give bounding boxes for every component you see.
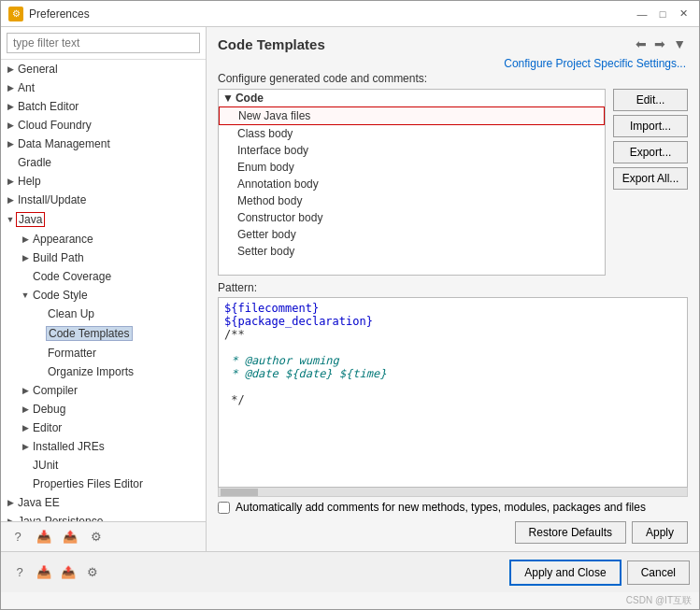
arrow-icon: ▶	[20, 404, 31, 415]
search-input[interactable]	[7, 33, 200, 53]
sidebar-item-code-coverage[interactable]: Code Coverage	[1, 267, 206, 286]
sidebar-item-code-style[interactable]: ▼ Code Style	[1, 286, 206, 305]
sidebar-item-data-management[interactable]: ▶ Data Management	[1, 135, 206, 153]
sidebar-item-junit[interactable]: JUnit	[1, 456, 206, 475]
sidebar-item-debug[interactable]: ▶ Debug	[1, 400, 206, 418]
arrow-icon: ▶	[5, 176, 16, 187]
export-bottom-icon[interactable]: 📤	[59, 563, 78, 582]
sidebar-item-install-update[interactable]: ▶ Install/Update	[1, 191, 206, 209]
sidebar-item-clean-up[interactable]: Clean Up	[1, 305, 206, 323]
sidebar-item-help[interactable]: ▶ Help	[1, 172, 206, 191]
import-bottom-icon[interactable]: 📥	[35, 563, 53, 582]
sidebar-item-label: Code Templates	[46, 326, 133, 341]
configure-link[interactable]: Configure Project Specific Settings...	[504, 57, 688, 70]
sidebar-item-general[interactable]: ▶ General	[1, 60, 206, 78]
arrow-icon: ▶	[20, 234, 31, 245]
sidebar-item-label: Help	[16, 175, 41, 188]
sidebar-item-cloud-foundry[interactable]: ▶ Cloud Foundry	[1, 116, 206, 135]
window-controls: — □ ✕	[634, 6, 692, 22]
main-content: ▶ General ▶ Ant ▶ Batch Editor	[1, 27, 699, 551]
page-title: Code Templates	[218, 36, 325, 52]
sidebar-item-installed-jres[interactable]: ▶ Installed JREs	[1, 437, 206, 456]
tree: ▶ General ▶ Ant ▶ Batch Editor	[1, 60, 206, 521]
apply-button[interactable]: Apply	[632, 521, 688, 544]
restore-defaults-button[interactable]: Restore Defaults	[515, 521, 626, 544]
sidebar-item-label: Data Management	[16, 137, 110, 150]
code-tree-item-getter-body[interactable]: Getter body	[219, 226, 605, 243]
arrow-icon	[20, 271, 31, 282]
search-box	[1, 27, 206, 60]
sidebar-item-editor[interactable]: ▶ Editor	[1, 418, 206, 437]
export-all-button[interactable]: Export All...	[613, 167, 688, 190]
code-tree-item-method-body[interactable]: Method body	[219, 192, 605, 209]
close-button[interactable]: ✕	[675, 6, 692, 22]
arrow-icon	[5, 157, 16, 168]
sidebar-item-ant[interactable]: ▶ Ant	[1, 78, 206, 97]
apply-and-close-button[interactable]: Apply and Close	[509, 560, 621, 586]
restore-row: Restore Defaults Apply	[218, 521, 688, 544]
sidebar-item-label: Properties Files Editor	[31, 477, 143, 490]
code-tree-item-interface-body[interactable]: Interface body	[219, 142, 605, 159]
pattern-area[interactable]: ${filecomment} ${package_declaration} /*…	[218, 297, 688, 488]
right-header: Code Templates ⬅ ➡ ▼	[207, 27, 699, 57]
watermark: CSDN @IT互联	[1, 592, 699, 609]
help-bottom-icon[interactable]: ?	[10, 563, 29, 582]
sidebar-item-label: Java EE	[16, 496, 60, 509]
arrow-icon: ▶	[5, 64, 16, 75]
sidebar-item-formatter[interactable]: Formatter	[1, 344, 206, 362]
dropdown-icon[interactable]: ▼	[671, 35, 688, 53]
export-button[interactable]: Export...	[613, 141, 688, 163]
code-tree-item-constructor-body[interactable]: Constructor body	[219, 209, 605, 226]
title-bar: ⚙ Preferences — □ ✕	[1, 1, 699, 27]
export-icon[interactable]: 📤	[61, 528, 79, 546]
config-label: Configure generated code and comments:	[218, 72, 688, 85]
sidebar-item-properties-files-editor[interactable]: Properties Files Editor	[1, 475, 206, 493]
sidebar-item-label: Installed JREs	[31, 440, 105, 453]
code-tree-item-annotation-body[interactable]: Annotation body	[219, 176, 605, 192]
sidebar-item-label: Java	[16, 212, 45, 227]
auto-comments-label: Automatically add comments for new metho…	[236, 501, 646, 514]
code-tree-item-enum-body[interactable]: Enum body	[219, 159, 605, 176]
import-icon[interactable]: 📥	[35, 528, 53, 546]
settings-bottom-icon[interactable]: ⚙	[83, 563, 102, 582]
maximize-button[interactable]: □	[654, 6, 671, 22]
forward-icon[interactable]: ➡	[652, 35, 667, 53]
cancel-button[interactable]: Cancel	[627, 560, 690, 585]
code-tree-header[interactable]: ▼ Code	[219, 90, 605, 106]
window-icon: ⚙	[8, 7, 23, 21]
edit-button[interactable]: Edit...	[613, 89, 688, 111]
code-tree-item-new-java-files[interactable]: New Java files	[219, 106, 605, 125]
code-tree-item-class-body[interactable]: Class body	[219, 125, 605, 142]
back-icon[interactable]: ⬅	[634, 35, 649, 53]
sidebar-item-build-path[interactable]: ▶ Build Path	[1, 248, 206, 267]
sidebar-item-label: Gradle	[16, 156, 51, 169]
arrow-icon	[35, 308, 46, 319]
sidebar-item-code-templates[interactable]: Code Templates	[1, 323, 206, 344]
import-button[interactable]: Import...	[613, 115, 688, 137]
right-body: Configure generated code and comments: ▼…	[207, 72, 699, 551]
sidebar-item-label: Formatter	[46, 347, 96, 360]
sidebar-item-appearance[interactable]: ▶ Appearance	[1, 230, 206, 248]
item-label: Enum body	[237, 161, 294, 174]
sidebar-item-batch-editor[interactable]: ▶ Batch Editor	[1, 97, 206, 116]
sidebar-item-gradle[interactable]: Gradle	[1, 153, 206, 172]
sidebar-item-java-ee[interactable]: ▶ Java EE	[1, 493, 206, 512]
pattern-label: Pattern:	[218, 281, 688, 294]
sidebar-item-java[interactable]: ▼ Java	[1, 209, 206, 230]
sidebar-item-java-persistence[interactable]: ▶ Java Persistence	[1, 512, 206, 521]
sidebar-item-organize-imports[interactable]: Organize Imports	[1, 362, 206, 381]
right-panel: Code Templates ⬅ ➡ ▼ Configure Project S…	[207, 27, 699, 551]
sidebar-item-compiler[interactable]: ▶ Compiler	[1, 381, 206, 400]
auto-comments-checkbox[interactable]	[218, 502, 230, 514]
help-icon[interactable]: ?	[8, 528, 27, 546]
arrow-icon: ▼	[5, 214, 16, 225]
settings-icon[interactable]: ⚙	[87, 528, 106, 546]
horizontal-scrollbar[interactable]	[218, 488, 688, 497]
arrow-icon: ▶	[5, 120, 16, 131]
minimize-button[interactable]: —	[634, 6, 650, 22]
left-panel: ▶ General ▶ Ant ▶ Batch Editor	[1, 27, 207, 551]
item-label: Annotation body	[237, 177, 319, 191]
code-tree-buttons: Edit... Import... Export... Export All..…	[613, 89, 688, 276]
code-tree-item-setter-body[interactable]: Setter body	[219, 243, 605, 260]
arrow-icon	[35, 348, 46, 359]
